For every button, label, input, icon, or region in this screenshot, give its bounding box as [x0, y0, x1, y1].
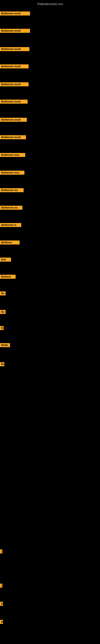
bottleneck-badge-6[interactable]: Bottleneck result	[0, 100, 28, 104]
bottleneck-badge-container-22: |	[0, 550, 2, 554]
bottleneck-badge-container-6: Bottleneck result	[0, 100, 28, 104]
bottleneck-badge-container-3: Bottleneck result	[0, 47, 29, 52]
bottleneck-badge-container-5: Bottleneck result	[0, 82, 29, 87]
bottleneck-badge-container-19: B	[0, 326, 3, 331]
bottleneck-badge-13[interactable]: Bottleneck re	[0, 223, 21, 227]
bottleneck-badge-23[interactable]: |	[0, 584, 2, 588]
bottleneck-badge-container-8: Bottleneck result	[0, 135, 26, 140]
bottleneck-badge-container-4: Bottleneck result	[0, 64, 29, 69]
bottleneck-badge-3[interactable]: Bottleneck result	[0, 47, 29, 51]
bottleneck-badge-container-17: Bo	[0, 292, 6, 296]
bottleneck-badge-20[interactable]: Bottle	[0, 343, 10, 347]
bottleneck-badge-15[interactable]: Bott	[0, 258, 11, 262]
bottleneck-badge-container-7: Bottleneck result	[0, 118, 27, 122]
bottleneck-badge-container-20: Bottle	[0, 343, 10, 348]
bottleneck-badge-22[interactable]: |	[0, 550, 2, 554]
bottleneck-badge-24[interactable]: B	[0, 602, 3, 606]
bottleneck-badge-16[interactable]: Bottlene	[0, 275, 16, 279]
bottleneck-badge-4[interactable]: Bottleneck result	[0, 64, 29, 68]
bottleneck-badge-25[interactable]: B	[0, 620, 3, 624]
bottleneck-badge-14[interactable]: Bottlenec	[0, 240, 20, 244]
bottleneck-badge-11[interactable]: Bottleneck res	[0, 188, 24, 192]
bottleneck-badge-18[interactable]: Bo	[0, 310, 6, 314]
bottleneck-badge-container-24: B	[0, 602, 3, 606]
bottleneck-badge-17[interactable]: Bo	[0, 292, 6, 296]
bottleneck-badge-19[interactable]: B	[0, 326, 3, 330]
bottleneck-badge-12[interactable]: Bottleneck res	[0, 206, 22, 210]
bottleneck-badge-9[interactable]: Bottleneck resu	[0, 153, 25, 157]
bottleneck-badge-container-25: B	[0, 620, 3, 625]
bottleneck-badge-container-14: Bottlenec	[0, 240, 20, 245]
bottleneck-badge-8[interactable]: Bottleneck result	[0, 135, 26, 139]
bottleneck-badge-container-15: Bott	[0, 258, 11, 262]
bottleneck-badge-container-10: Bottleneck resu	[0, 171, 24, 176]
bottleneck-badge-container-21: Bo	[0, 362, 4, 367]
bottleneck-badge-10[interactable]: Bottleneck resu	[0, 171, 24, 175]
bottleneck-badge-container-1: Bottleneck result	[0, 12, 30, 16]
bottleneck-badge-container-23: |	[0, 584, 2, 588]
bottleneck-badge-container-12: Bottleneck res	[0, 206, 22, 210]
bottleneck-badge-21[interactable]: Bo	[0, 362, 4, 366]
bottleneck-badge-container-13: Bottleneck re	[0, 223, 21, 228]
bottleneck-badge-7[interactable]: Bottleneck result	[0, 118, 27, 122]
bottleneck-badge-container-16: Bottlene	[0, 275, 16, 280]
bottleneck-badge-container-11: Bottleneck res	[0, 188, 24, 193]
site-title: TheBottlenecker.com	[0, 1, 100, 7]
bottleneck-badge-5[interactable]: Bottleneck result	[0, 82, 29, 86]
bottleneck-badge-container-2: Bottleneck result	[0, 29, 30, 34]
bottleneck-badge-1[interactable]: Bottleneck result	[0, 12, 30, 16]
bottleneck-badge-2[interactable]: Bottleneck result	[0, 29, 30, 33]
bottleneck-badge-container-18: Bo	[0, 310, 6, 315]
bottleneck-badge-container-9: Bottleneck resu	[0, 153, 25, 158]
